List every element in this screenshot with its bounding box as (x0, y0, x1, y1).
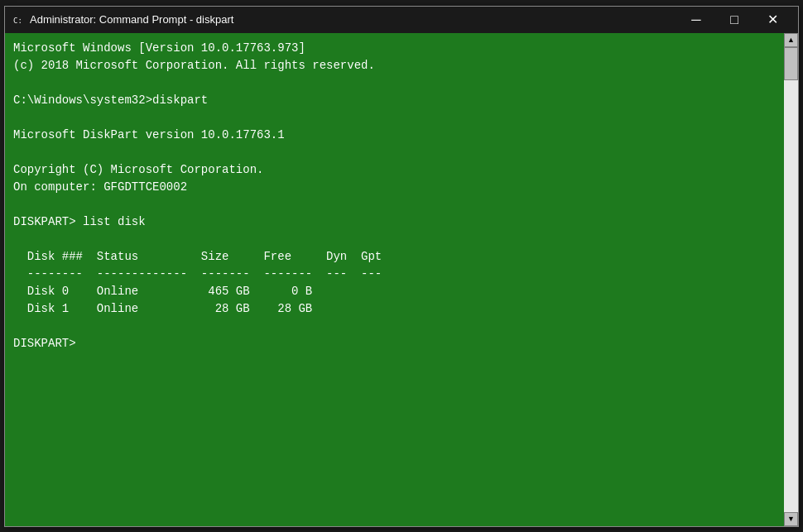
terminal-output[interactable]: Microsoft Windows [Version 10.0.17763.97… (5, 33, 784, 526)
svg-text:C:: C: (13, 17, 22, 25)
maximize-button[interactable]: □ (715, 7, 753, 33)
close-button[interactable]: ✕ (753, 7, 791, 33)
window-controls: ─ □ ✕ (677, 7, 791, 33)
title-bar: C: Administrator: Command Prompt - diskp… (5, 7, 798, 33)
cmd-window: C: Administrator: Command Prompt - diskp… (4, 6, 799, 527)
minimize-button[interactable]: ─ (677, 7, 715, 33)
scroll-up-button[interactable]: ▲ (784, 33, 798, 47)
window-title: Administrator: Command Prompt - diskpart (30, 13, 677, 26)
scrollbar-thumb[interactable] (784, 47, 798, 80)
content-area: Microsoft Windows [Version 10.0.17763.97… (5, 33, 798, 526)
scroll-down-button[interactable]: ▼ (784, 512, 798, 526)
cmd-icon: C: (12, 13, 25, 26)
scrollbar[interactable]: ▲ ▼ (784, 33, 798, 526)
scrollbar-track[interactable] (784, 47, 798, 512)
